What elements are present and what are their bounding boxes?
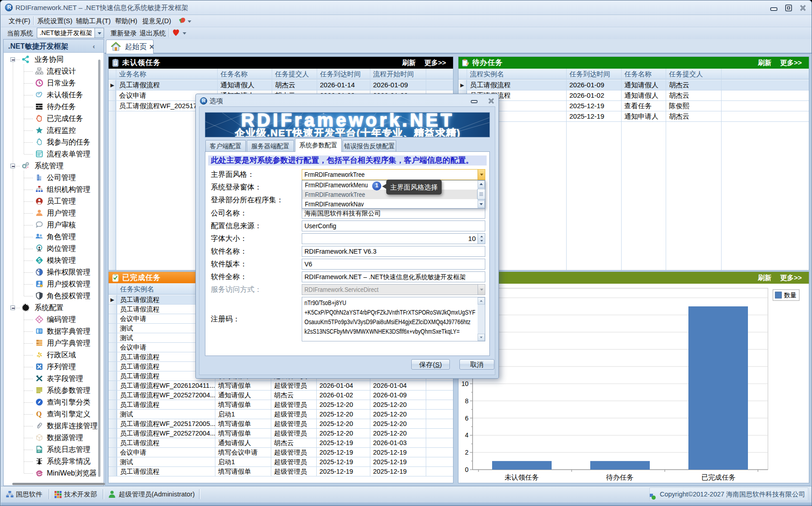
svg-text:已完成任务: 已完成任务 bbox=[702, 473, 736, 481]
svg-text:未认领任务: 未认领任务 bbox=[505, 473, 539, 481]
svg-text:0: 0 bbox=[465, 466, 468, 473]
svg-text:10: 10 bbox=[461, 380, 468, 387]
svg-text:2: 2 bbox=[465, 449, 468, 456]
svg-text:Q: Q bbox=[36, 410, 42, 418]
svg-text:待办任务: 待办任务 bbox=[606, 473, 633, 481]
svg-text:4: 4 bbox=[465, 431, 468, 439]
svg-text:数量: 数量 bbox=[784, 291, 797, 299]
svg-text:6: 6 bbox=[465, 415, 468, 422]
svg-text:8: 8 bbox=[465, 397, 468, 405]
